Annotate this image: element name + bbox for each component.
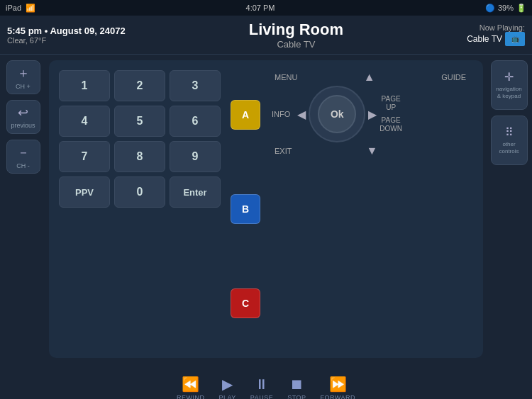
stop-label: STOP <box>287 394 306 400</box>
exit-button[interactable]: EXIT <box>270 144 296 158</box>
rewind-icon: ⏪ <box>182 376 199 393</box>
dpad-container: Ok <box>309 86 365 142</box>
rewind-button[interactable]: ⏪ REWIND <box>177 376 205 399</box>
left-sidebar: ＋ CH + ↩ previous － CH - <box>0 55 46 364</box>
nav-keypad-button[interactable]: ✛ navigation& keypad <box>491 60 528 110</box>
ch-plus-button[interactable]: ＋ CH + <box>6 60 40 94</box>
nav-area: MENU ▲ GUIDE INFO ◀ Ok ▶ PAGEUP PAGEDOWN <box>267 70 473 348</box>
top-nav-row: MENU ▲ GUIDE <box>267 70 473 84</box>
transport-area: ⏪ REWIND ▶ PLAY ⏸ PAUSE ⏹ STOP ⏩ FORWARD <box>0 364 532 399</box>
other-controls-icon: ⠿ <box>505 125 514 139</box>
battery-icon: 🔋 <box>516 4 526 13</box>
color-btn-a[interactable]: A <box>231 100 260 130</box>
ipad-label: iPad <box>6 4 21 12</box>
num-btn-0[interactable]: 0 <box>114 176 165 208</box>
rewind-label: REWIND <box>177 394 205 399</box>
nav-keypad-label: navigation& keypad <box>496 86 521 99</box>
guide-button[interactable]: GUIDE <box>437 70 470 84</box>
ch-minus-icon: － <box>17 144 30 161</box>
ch-minus-button[interactable]: － CH - <box>6 140 40 174</box>
right-controls: A B C MENU ▲ GUIDE INFO ◀ Ok <box>231 70 473 348</box>
header-left: 5:45 pm • August 09, 24072 Clear, 67°F <box>7 26 126 45</box>
dpad-down-arrow[interactable]: ▼ <box>366 145 377 157</box>
num-btn-1[interactable]: 1 <box>59 70 110 101</box>
num-btn-2[interactable]: 2 <box>114 70 165 101</box>
wifi-icon: 📶 <box>26 4 35 13</box>
other-controls-button[interactable]: ⠿ othercontrols <box>491 116 528 165</box>
info-button[interactable]: INFO <box>267 107 294 121</box>
play-icon: ▶ <box>222 376 233 393</box>
num-btn-9[interactable]: 9 <box>170 141 221 172</box>
num-btn-enter[interactable]: Enter <box>170 176 221 208</box>
header-right: Now Playing: Cable TV 📺 <box>467 23 525 46</box>
page-up-button[interactable]: PAGEUP <box>379 95 402 112</box>
middle-nav-row: INFO ◀ Ok ▶ PAGEUP PAGEDOWN <box>267 86 473 142</box>
num-btn-6[interactable]: 6 <box>170 106 221 137</box>
device-name: Cable TV <box>126 39 467 50</box>
dpad-left-arrow[interactable]: ◀ <box>297 108 306 121</box>
previous-button[interactable]: ↩ previous <box>6 100 40 134</box>
play-button[interactable]: ▶ PLAY <box>218 376 235 399</box>
color-btn-b[interactable]: B <box>231 194 260 224</box>
now-playing-device-name: Cable TV <box>467 34 502 44</box>
stop-icon: ⏹ <box>289 376 304 393</box>
bottom-nav-row: EXIT ▼ GUIDE <box>267 144 473 158</box>
bluetooth-icon: 🔵 <box>485 4 495 13</box>
header-center: Living Room Cable TV <box>126 21 467 50</box>
main-content: ＋ CH + ↩ previous － CH - 1 2 3 4 5 6 7 8… <box>0 55 532 364</box>
other-controls-label: othercontrols <box>499 141 519 154</box>
page-down-button[interactable]: PAGEDOWN <box>379 116 402 133</box>
previous-label: previous <box>11 122 35 129</box>
forward-icon: ⏩ <box>329 376 347 393</box>
previous-icon: ↩ <box>18 105 28 120</box>
dpad-right-arrow[interactable]: ▶ <box>368 108 377 121</box>
num-btn-8[interactable]: 8 <box>114 141 165 172</box>
now-playing-device: Cable TV 📺 <box>467 32 525 46</box>
now-playing-label: Now Playing: <box>480 23 525 32</box>
num-btn-ppv[interactable]: PPV <box>59 176 110 208</box>
ch-plus-label: CH + <box>16 83 31 90</box>
num-btn-3[interactable]: 3 <box>170 70 221 101</box>
menu-button[interactable]: MENU <box>270 70 301 84</box>
ok-button[interactable]: Ok <box>318 95 356 133</box>
room-name: Living Room <box>126 21 467 39</box>
color-btn-c[interactable]: C <box>231 288 260 318</box>
forward-label: FORWARD <box>321 394 356 399</box>
play-label: PLAY <box>218 394 235 399</box>
status-left: iPad 📶 <box>6 4 35 13</box>
dpad-up-arrow[interactable]: ▲ <box>364 71 375 84</box>
tv-icon: 📺 <box>505 32 525 46</box>
header: 5:45 pm • August 09, 24072 Clear, 67°F L… <box>0 16 532 55</box>
ch-plus-icon: ＋ <box>17 64 30 82</box>
battery-level: 39% <box>498 4 514 12</box>
transport-buttons: ⏪ REWIND ▶ PLAY ⏸ PAUSE ⏹ STOP ⏩ FORWARD <box>177 376 355 399</box>
center-panel: 1 2 3 4 5 6 7 8 9 PPV 0 Enter A B C <box>49 60 483 358</box>
weather: Clear, 67°F <box>7 36 126 45</box>
status-right: 🔵 39% 🔋 <box>485 4 526 13</box>
pause-button[interactable]: ⏸ PAUSE <box>250 376 273 400</box>
forward-button[interactable]: ⏩ FORWARD <box>321 376 356 399</box>
numpad: 1 2 3 4 5 6 7 8 9 PPV 0 Enter <box>59 70 221 348</box>
num-btn-5[interactable]: 5 <box>114 106 165 137</box>
right-sidebar: ✛ navigation& keypad ⠿ othercontrols <box>486 55 532 364</box>
pause-icon: ⏸ <box>255 376 269 393</box>
stop-button[interactable]: ⏹ STOP <box>287 376 306 400</box>
time-date: 5:45 pm • August 09, 24072 <box>7 26 126 36</box>
num-btn-4[interactable]: 4 <box>59 106 110 137</box>
nav-keypad-icon: ✛ <box>504 70 514 84</box>
page-buttons: PAGEUP PAGEDOWN <box>379 95 402 133</box>
num-btn-7[interactable]: 7 <box>59 141 110 172</box>
color-buttons: A B C <box>231 70 260 348</box>
pause-label: PAUSE <box>250 394 273 400</box>
status-time: 4:07 PM <box>246 4 275 12</box>
ch-minus-label: CH - <box>16 162 30 169</box>
status-bar: iPad 📶 4:07 PM 🔵 39% 🔋 <box>0 0 532 16</box>
